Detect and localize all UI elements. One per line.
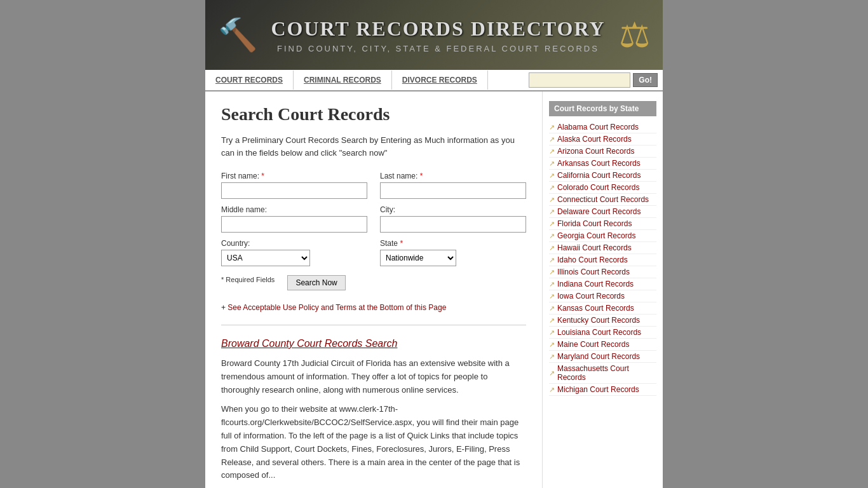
sidebar-state-link[interactable]: ↗Massachusetts Court Records: [549, 363, 656, 384]
last-name-input[interactable]: [380, 182, 526, 199]
external-link-icon: ↗: [549, 353, 555, 361]
external-link-icon: ↗: [549, 220, 555, 228]
sidebar-state-link[interactable]: ↗Maine Court Records: [549, 339, 656, 351]
country-label: Country:: [221, 239, 367, 248]
sidebar-link-label: Alaska Court Records: [557, 135, 632, 144]
required-note-area: * Required Fields: [221, 273, 275, 283]
sidebar-state-link[interactable]: ↗Kentucky Court Records: [549, 315, 656, 327]
nav-search-area: Go!: [524, 70, 663, 90]
sidebar-state-link[interactable]: ↗Alabama Court Records: [549, 121, 656, 133]
sidebar-state-link[interactable]: ↗Louisiana Court Records: [549, 327, 656, 339]
sidebar-link-label: Illinois Court Records: [557, 268, 630, 276]
sidebar-state-link[interactable]: ↗Iowa Court Records: [549, 290, 656, 302]
sidebar-link-label: Massachusetts Court Records: [557, 364, 656, 382]
page-wrapper: 🔨 COURT RECORDS DIRECTORY FIND COUNTY, C…: [205, 0, 663, 488]
sidebar-state-link[interactable]: ↗Connecticut Court Records: [549, 194, 656, 206]
form-bottom-row: * Required Fields Search Now: [221, 273, 526, 290]
external-link-icon: ↗: [549, 268, 555, 276]
external-link-icon: ↗: [549, 386, 555, 394]
sidebar-state-link[interactable]: ↗Kansas Court Records: [549, 302, 656, 315]
sidebar-state-link[interactable]: ↗Delaware Court Records: [549, 206, 656, 218]
sidebar-link-label: Georgia Court Records: [557, 231, 635, 240]
external-link-icon: ↗: [549, 329, 555, 337]
sidebar: Court Records by State ↗Alabama Court Re…: [542, 92, 663, 488]
article-paragraph-1: Broward County 17th Judicial Circuit of …: [221, 357, 526, 396]
last-name-label: Last name: *: [380, 172, 526, 180]
sidebar-state-link[interactable]: ↗Florida Court Records: [549, 218, 656, 230]
nav-court-records[interactable]: COURT RECORDS: [205, 71, 294, 90]
first-name-input[interactable]: [221, 182, 367, 199]
navigation: COURT RECORDS CRIMINAL RECORDS DIVORCE R…: [205, 70, 663, 92]
main-layout: Search Court Records Try a Preliminary C…: [205, 92, 663, 488]
sidebar-link-label: Michigan Court Records: [557, 385, 639, 394]
article-title[interactable]: Broward County Court Records Search: [221, 338, 526, 349]
sidebar-state-link[interactable]: ↗Arizona Court Records: [549, 146, 656, 158]
nav-divorce-records[interactable]: DIVORCE RECORDS: [392, 71, 488, 90]
city-input[interactable]: [380, 216, 526, 233]
country-select[interactable]: USA: [221, 250, 310, 266]
nav-links: COURT RECORDS CRIMINAL RECORDS DIVORCE R…: [205, 71, 524, 90]
scales-icon: ⚖: [619, 15, 650, 55]
middle-name-input[interactable]: [221, 216, 367, 233]
search-input[interactable]: [529, 72, 630, 88]
sidebar-state-link[interactable]: ↗Michigan Court Records: [549, 384, 656, 396]
sidebar-link-label: Alabama Court Records: [557, 123, 639, 132]
last-name-field: Last name: *: [380, 172, 526, 199]
section-divider: [221, 325, 526, 325]
sidebar-state-link[interactable]: ↗Illinois Court Records: [549, 266, 656, 278]
sidebar-state-link[interactable]: ↗Colorado Court Records: [549, 182, 656, 194]
first-name-label: First name: *: [221, 172, 367, 180]
sidebar-link-label: Kentucky Court Records: [557, 316, 640, 325]
required-star-2: *: [420, 172, 423, 180]
sidebar-state-link[interactable]: ↗Alaska Court Records: [549, 133, 656, 146]
country-field: Country: USA: [221, 239, 367, 266]
sidebar-link-label: Arizona Court Records: [557, 147, 634, 156]
external-link-icon: ↗: [549, 147, 555, 156]
external-link-icon: ↗: [549, 196, 555, 204]
sidebar-link-label: Indiana Court Records: [557, 280, 634, 288]
article-section: Broward County Court Records Search Brow…: [221, 338, 526, 482]
sidebar-state-link[interactable]: ↗Hawaii Court Records: [549, 242, 656, 254]
external-link-icon: ↗: [549, 208, 555, 216]
middle-city-row: Middle name: City:: [221, 205, 526, 233]
sidebar-state-link[interactable]: ↗Arkansas Court Records: [549, 158, 656, 170]
city-field: City:: [380, 205, 526, 233]
sidebar-link-label: Colorado Court Records: [557, 183, 639, 192]
country-state-row: Country: USA State * Nationwide Alabama …: [221, 239, 526, 266]
article-paragraph-2: When you go to their website at www.cler…: [221, 403, 526, 482]
external-link-icon: ↗: [549, 292, 555, 301]
main-content: Search Court Records Try a Preliminary C…: [205, 92, 542, 488]
sidebar-state-link[interactable]: ↗Georgia Court Records: [549, 230, 656, 242]
city-label: City:: [380, 205, 526, 214]
external-link-icon: ↗: [549, 172, 555, 180]
first-name-field: First name: *: [221, 172, 367, 199]
gavel-icon: 🔨: [218, 17, 257, 53]
intro-text: Try a Preliminary Court Records Search b…: [221, 134, 526, 159]
article-text: Broward County 17th Judicial Circuit of …: [221, 357, 526, 482]
sidebar-link-label: Hawaii Court Records: [557, 243, 632, 252]
required-star: *: [261, 172, 264, 180]
sidebar-link-label: Delaware Court Records: [557, 207, 641, 216]
sidebar-state-link[interactable]: ↗Idaho Court Records: [549, 254, 656, 266]
external-link-icon: ↗: [549, 369, 555, 377]
external-link-icon: ↗: [549, 184, 555, 192]
sidebar-state-link[interactable]: ↗Maryland Court Records: [549, 351, 656, 363]
sidebar-link-label: California Court Records: [557, 171, 641, 180]
sidebar-state-link[interactable]: ↗Indiana Court Records: [549, 278, 656, 290]
search-now-button[interactable]: Search Now: [287, 275, 345, 290]
nav-criminal-records[interactable]: CRIMINAL RECORDS: [294, 71, 392, 90]
state-label: State *: [380, 239, 526, 248]
external-link-icon: ↗: [549, 316, 555, 325]
go-button[interactable]: Go!: [633, 73, 658, 87]
name-row: First name: * Last name: *: [221, 172, 526, 199]
state-select[interactable]: Nationwide Alabama Alaska Arizona Arkans…: [380, 250, 456, 266]
required-star-3: *: [400, 239, 403, 248]
external-link-icon: ↗: [549, 159, 555, 168]
external-link-icon: ↗: [549, 256, 555, 264]
acceptable-use-link[interactable]: + See Acceptable Use Policy and Terms at…: [221, 303, 526, 312]
sidebar-title: Court Records by State: [549, 101, 656, 116]
sidebar-state-link[interactable]: ↗California Court Records: [549, 170, 656, 182]
required-note: * Required Fields: [221, 276, 275, 283]
external-link-icon: ↗: [549, 280, 555, 288]
sidebar-link-label: Iowa Court Records: [557, 292, 625, 301]
